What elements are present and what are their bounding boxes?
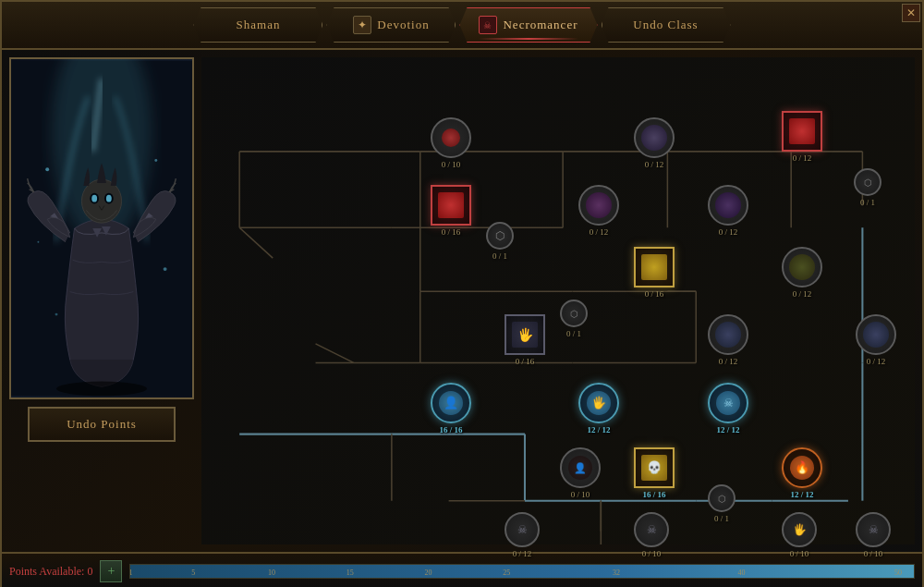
node-label-10: 0 / 12 <box>793 289 812 299</box>
node-row7-3[interactable]: 🖐 0 / 10 <box>782 512 817 558</box>
node-row5-3[interactable]: ☠ 12 / 12 <box>708 383 748 434</box>
node-row3-2[interactable]: 0 / 12 <box>782 247 822 299</box>
node-circle-11 <box>708 314 748 355</box>
node-circle-24: ☠ <box>856 512 891 547</box>
node-row1-1[interactable]: 0 / 10 <box>431 117 471 169</box>
node-row6-small[interactable]: ⬡ 0 / 1 <box>708 484 736 523</box>
devotion-icon: ✦ <box>353 16 371 34</box>
node-row5-1[interactable]: 👤 16 / 16 <box>431 383 471 434</box>
add-points-button[interactable]: + <box>100 560 122 582</box>
node-label-16: 16 / 16 <box>439 425 462 434</box>
svg-point-13 <box>154 159 157 162</box>
node-row7-4[interactable]: ☠ 0 / 10 <box>856 512 891 558</box>
node-label-21: 12 / 12 <box>790 490 813 499</box>
close-button[interactable]: ✕ <box>902 4 920 22</box>
node-row6-3[interactable]: 🔥 12 / 12 <box>782 447 822 499</box>
svg-point-15 <box>164 267 167 271</box>
tab-shaman[interactable]: Shaman <box>193 7 322 43</box>
node-circle-22: ☠ <box>634 512 669 547</box>
node-label-25: 0 / 10 <box>642 549 662 558</box>
node-row1-2[interactable]: 0 / 12 <box>634 117 675 169</box>
node-label-19: 0 / 10 <box>571 490 590 499</box>
node-row7-2[interactable]: ☠ 0 / 10 <box>634 512 669 558</box>
node-label-5: 0 / 16 <box>442 227 461 237</box>
node-label-20: 16 / 16 <box>642 490 665 499</box>
svg-point-12 <box>45 167 49 171</box>
portrait-area: Undo Points <box>9 57 194 544</box>
node-label-9: 0 / 16 <box>645 289 664 299</box>
node-label-27: 0 / 10 <box>864 549 883 558</box>
node-row5-2[interactable]: 🖐 12 / 12 <box>578 383 619 434</box>
node-label-1: 0 / 10 <box>442 160 461 169</box>
node-label-12: 0 / 16 <box>516 357 535 366</box>
undo-points-label: Undo Points <box>67 417 137 432</box>
node-circle-small-1: ⬡ <box>486 222 514 250</box>
node-circle-1 <box>431 117 471 158</box>
node-row2-1[interactable]: 0 / 16 <box>431 185 471 237</box>
tab-bar: Shaman ✦ Devotion ☠ Necromancer Undo Cla… <box>2 2 922 50</box>
node-row4-1[interactable]: 🖐 0 / 16 <box>505 314 545 366</box>
character-art-svg <box>11 59 192 397</box>
shaman-tab-label: Shaman <box>237 18 281 32</box>
undo-points-button[interactable]: Undo Points <box>28 407 176 442</box>
node-label-7: 0 / 12 <box>719 227 738 237</box>
progress-bar-fill <box>130 565 914 578</box>
node-label-small-1: 0 / 1 <box>492 251 507 261</box>
node-circle-7 <box>708 185 748 226</box>
tab-devotion[interactable]: ✦ Devotion <box>326 7 456 43</box>
node-circle-23: 🖐 <box>782 512 817 547</box>
undo-class-tab-label: Undo Class <box>633 18 698 32</box>
node-square-12: 💀 <box>634 447 675 488</box>
main-window: ✕ Shaman ✦ Devotion ☠ Necromancer Undo C… <box>0 0 924 587</box>
node-circle-21: ☠ <box>505 512 540 547</box>
node-label-small-4: 0 / 1 <box>714 514 729 523</box>
node-row2-small[interactable]: ⬡ 0 / 1 <box>486 222 514 261</box>
content-area: Undo Points <box>2 50 922 552</box>
node-row7-1[interactable]: ☠ 0 / 12 <box>505 512 540 558</box>
node-label-18: 12 / 12 <box>716 425 739 434</box>
node-label-2: 0 / 12 <box>645 160 664 169</box>
node-label-small-2: 0 / 1 <box>860 198 875 207</box>
node-circle-14: 👤 <box>431 383 471 423</box>
node-label-14: 0 / 12 <box>867 357 886 366</box>
node-circle-small-3: ⬡ <box>560 300 588 327</box>
node-square-9 <box>634 247 675 287</box>
svg-point-11 <box>56 382 147 397</box>
node-label-17: 12 / 12 <box>587 425 610 434</box>
node-label-6: 0 / 12 <box>590 227 609 237</box>
node-row4-3[interactable]: 0 / 12 <box>856 314 896 366</box>
tab-undo-class[interactable]: Undo Class <box>602 7 731 43</box>
node-row6-2[interactable]: 💀 16 / 16 <box>634 447 675 499</box>
node-row2-2[interactable]: 0 / 12 <box>578 185 619 237</box>
node-square-11: 🖐 <box>505 314 545 355</box>
node-label-24: 0 / 12 <box>513 549 532 558</box>
node-square-5 <box>431 185 471 226</box>
svg-point-16 <box>55 313 58 316</box>
node-row6-1[interactable]: 👤 0 / 10 <box>560 447 601 499</box>
node-circle-15: 🖐 <box>578 383 619 423</box>
node-row2-3[interactable]: 0 / 12 <box>708 185 748 237</box>
necromancer-tab-label: Necromancer <box>503 18 578 32</box>
svg-point-7 <box>91 195 97 202</box>
node-circle-small-2: ⬡ <box>854 168 881 196</box>
node-row1-3[interactable]: 0 / 12 <box>782 111 822 163</box>
devotion-tab-label: Devotion <box>377 18 429 32</box>
svg-line-26 <box>239 227 273 258</box>
node-row3-1[interactable]: 0 / 16 <box>634 247 675 299</box>
node-circle-16: ☠ <box>708 383 748 423</box>
node-circle-17: 👤 <box>560 447 601 488</box>
node-row4-small[interactable]: ⬡ 0 / 1 <box>560 300 588 338</box>
node-row4-2[interactable]: 0 / 12 <box>708 314 748 366</box>
svg-point-8 <box>106 195 112 202</box>
node-circle-6 <box>578 185 619 226</box>
progress-bar-container: 1 5 10 15 20 25 32 40 50 <box>129 564 915 579</box>
necromancer-icon: ☠ <box>479 16 497 34</box>
node-circle-12 <box>856 314 896 355</box>
node-circle-small-4: ⬡ <box>708 484 736 512</box>
node-row2-small2[interactable]: ⬡ 0 / 1 <box>854 168 881 207</box>
node-label-13: 0 / 12 <box>719 357 738 366</box>
node-label-small-3: 0 / 1 <box>566 329 581 338</box>
node-label-26: 0 / 10 <box>790 549 809 558</box>
character-portrait <box>9 57 194 399</box>
tab-necromancer[interactable]: ☠ Necromancer <box>459 7 597 43</box>
